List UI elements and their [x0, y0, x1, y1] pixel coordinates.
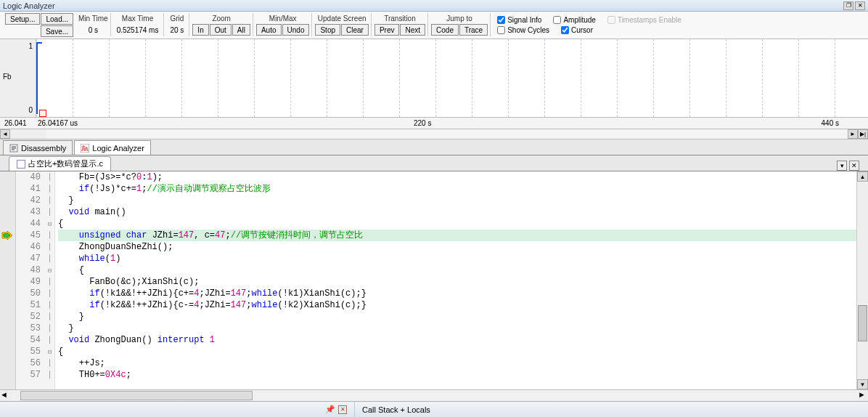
time-axis: 26.041 26.04167 us 220 s 440 s [0, 118, 868, 129]
code-editor[interactable]: 404142434445464748495051525354555657 │││… [0, 171, 868, 389]
scroll-down-icon[interactable]: ▼ [857, 379, 868, 389]
max-time-value: 0.525174 ms [114, 26, 162, 34]
breakpoint-gutter[interactable] [0, 171, 16, 389]
execution-pointer-icon [1, 231, 13, 240]
waveform-trace [36, 42, 42, 114]
grid-header: Grid [170, 13, 184, 23]
tab-disassembly[interactable]: Disassembly [3, 140, 73, 155]
load-button[interactable]: Load... [41, 13, 73, 25]
time-cursor[interactable] [39, 110, 46, 117]
y-low-label: 0 [28, 106, 33, 114]
jump-header: Jump to [446, 13, 472, 23]
show-cycles-checkbox[interactable]: Show Cycles [494, 25, 552, 35]
y-high-label: 1 [28, 42, 33, 50]
zoom-out-button[interactable]: Out [210, 24, 232, 36]
minmax-header: Min/Max [269, 13, 297, 23]
restore-button[interactable]: ❐ [843, 1, 853, 10]
status-close-icon[interactable]: ✕ [338, 405, 347, 414]
signal-info-checkbox[interactable]: Signal Info [494, 15, 544, 25]
jump-trace-button[interactable]: Trace [459, 24, 488, 36]
trans-next-button[interactable]: Next [400, 24, 425, 36]
close-button[interactable]: ✕ [855, 1, 865, 10]
tab-dropdown-icon[interactable]: ▾ [837, 161, 847, 171]
zoom-all-button[interactable]: All [232, 24, 250, 36]
time-left: 26.04167 us [38, 119, 78, 127]
la-hscroll[interactable]: ◄ ► ▶| [0, 129, 868, 139]
minmax-undo-button[interactable]: Undo [282, 24, 310, 36]
minmax-auto-button[interactable]: Auto [256, 24, 282, 36]
jump-code-button[interactable]: Code [431, 24, 459, 36]
status-bar: 📌 ✕ Call Stack + Locals [0, 401, 868, 417]
file-icon [17, 160, 25, 169]
editor-hscroll[interactable]: ◄ ► [0, 389, 868, 401]
scroll-thumb[interactable] [858, 305, 867, 341]
tab-close-icon[interactable]: ✕ [849, 161, 859, 171]
disassembly-icon [9, 144, 18, 153]
cursor-checkbox[interactable]: Cursor [558, 25, 596, 35]
max-time-header: Max Time [122, 13, 153, 23]
line-numbers: 404142434445464748495051525354555657 [16, 171, 45, 389]
setup-button[interactable]: Setup... [5, 13, 40, 25]
hscroll-thumb[interactable] [20, 391, 253, 400]
scroll-right-icon[interactable]: ► [848, 129, 858, 139]
view-tabstrip: Disassembly Logic Analyzer [0, 139, 868, 155]
scroll-up-icon[interactable]: ▲ [857, 171, 868, 182]
trans-prev-button[interactable]: Prev [374, 24, 400, 36]
fold-gutter[interactable]: ││││⊟│││⊟││││││⊟││ [45, 171, 55, 389]
update-clear-button[interactable]: Clear [341, 24, 369, 36]
signal-name: Fb [3, 73, 12, 81]
scroll-end-icon[interactable]: ▶| [858, 129, 868, 139]
time-left2: 26.041 [4, 119, 27, 127]
file-tabstrip: 占空比+数码管显示.c ▾ ✕ [0, 155, 868, 171]
la-toolbar: Setup... Load... Save... Min Time 0 s Ma… [0, 12, 868, 39]
file-tab[interactable]: 占空比+数码管显示.c [9, 156, 111, 171]
logic-analyzer-titlebar: Logic Analyzer ❐ ✕ [0, 0, 868, 12]
update-stop-button[interactable]: Stop [315, 24, 340, 36]
tab-logic-analyzer[interactable]: Logic Analyzer [74, 140, 151, 155]
min-time-header: Min Time [78, 13, 108, 23]
editor-vscroll[interactable]: ▲ ▼ [856, 171, 868, 389]
code-text[interactable]: Fb=(Js>=*c?0:1); if(!Js)*c+=1;//演示自动调节观察… [55, 171, 856, 389]
scroll-left-icon[interactable]: ◄ [0, 129, 10, 139]
hscroll-right-icon[interactable]: ► [858, 390, 868, 401]
time-mid: 220 s [414, 119, 431, 127]
zoom-in-button[interactable]: In [192, 24, 208, 36]
time-right: 440 s [822, 119, 839, 127]
save-button[interactable]: Save... [41, 25, 73, 37]
grid-value: 20 s [167, 26, 187, 34]
amplitude-checkbox[interactable]: Amplitude [550, 15, 598, 25]
callstack-label[interactable]: Call Stack + Locals [362, 405, 430, 414]
waveform-area[interactable]: 1 Fb 0 [0, 39, 868, 118]
pin-icon[interactable]: 📌 [325, 405, 335, 414]
transition-header: Transition [384, 13, 416, 23]
logic-analyzer-icon [81, 144, 89, 153]
zoom-header: Zoom [212, 13, 231, 23]
update-header: Update Screen [318, 13, 367, 23]
panel-title: Logic Analyzer [3, 1, 55, 10]
hscroll-left-icon[interactable]: ◄ [0, 390, 10, 401]
min-time-value: 0 s [86, 26, 101, 34]
svg-rect-1 [81, 144, 89, 153]
timestamps-checkbox: Timestamps Enable [605, 15, 684, 25]
